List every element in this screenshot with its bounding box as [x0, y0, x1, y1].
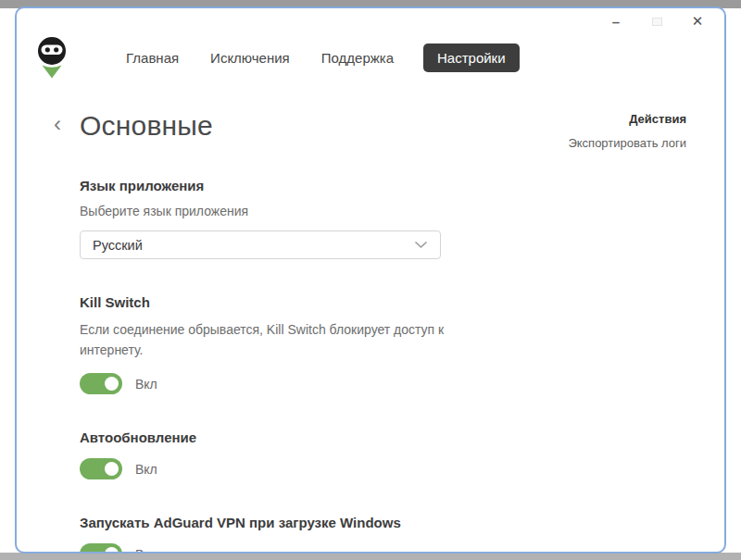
section-startup: Запускать AdGuard VPN при загрузке Windo… [80, 515, 686, 554]
tab-settings[interactable]: Настройки [423, 44, 520, 72]
page-title: Основные [80, 110, 213, 142]
startup-toggle[interactable] [80, 543, 122, 554]
chevron-down-icon [414, 241, 428, 249]
language-subtitle: Выберите язык приложения [80, 204, 686, 218]
main-nav: Главная Исключения Поддержка Настройки [124, 44, 520, 72]
section-auto-update: Автообновление Вкл [80, 429, 686, 479]
window-titlebar: – ✕ [17, 8, 724, 34]
actions-title: Действия [568, 112, 686, 126]
app-window: – ✕ Главная Исключения Поддержка Настрой… [15, 6, 726, 554]
settings-content: ‹ Основные Действия Экспортировать логи … [17, 110, 724, 554]
title-group: ‹ Основные [54, 110, 213, 142]
startup-toggle-label: Вкл [135, 547, 157, 554]
tab-home[interactable]: Главная [124, 44, 181, 72]
tab-support[interactable]: Поддержка [320, 44, 396, 72]
minimize-button[interactable]: – [602, 11, 630, 31]
kill-switch-title: Kill Switch [80, 294, 686, 310]
ninja-pin-icon [37, 37, 67, 80]
maximize-icon [652, 18, 662, 26]
language-title: Язык приложения [80, 178, 686, 193]
kill-switch-toggle-label: Вкл [135, 377, 157, 392]
actions-panel: Действия Экспортировать логи [568, 110, 686, 150]
adguard-vpn-logo [37, 37, 67, 80]
startup-row: Вкл [80, 543, 686, 554]
top-navigation: Главная Исключения Поддержка Настройки [17, 34, 724, 79]
language-select[interactable]: Русский [80, 230, 441, 259]
toggle-knob [105, 462, 119, 476]
toggle-knob [105, 377, 119, 391]
kill-switch-row: Вкл [80, 373, 686, 394]
background-strip-bottom [0, 553, 741, 560]
close-button[interactable]: ✕ [684, 11, 711, 31]
auto-update-toggle-label: Вкл [135, 462, 157, 477]
maximize-button [643, 11, 671, 31]
auto-update-toggle[interactable] [80, 458, 122, 479]
startup-title: Запускать AdGuard VPN при загрузке Windo… [80, 515, 686, 530]
kill-switch-toggle[interactable] [80, 373, 122, 394]
tab-exclusions[interactable]: Исключения [208, 44, 292, 72]
section-kill-switch: Kill Switch Если соединение обрывается, … [80, 294, 686, 394]
kill-switch-description: Если соединение обрывается, Kill Switch … [80, 320, 498, 360]
toggle-knob [105, 547, 119, 554]
language-select-value: Русский [93, 238, 143, 253]
export-logs-link[interactable]: Экспортировать логи [568, 136, 686, 150]
page-header: ‹ Основные Действия Экспортировать логи [80, 110, 686, 150]
back-button[interactable]: ‹ [54, 113, 70, 139]
section-language: Язык приложения Выберите язык приложения… [80, 178, 686, 259]
auto-update-title: Автообновление [80, 429, 686, 445]
auto-update-row: Вкл [80, 458, 686, 479]
